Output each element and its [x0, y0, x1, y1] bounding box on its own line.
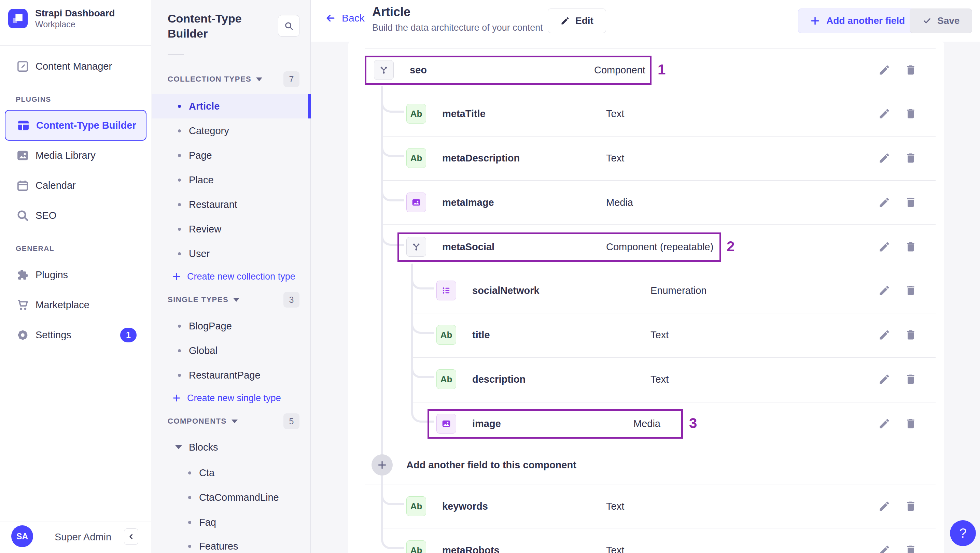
single-types-header[interactable]: SINGLE TYPES — [168, 292, 239, 307]
edit-field-button[interactable] — [876, 498, 893, 515]
sidebar-item-plugins[interactable]: Plugins — [0, 260, 151, 290]
sidebar-item-label: Settings — [35, 329, 72, 341]
fields-list-card: seo Component Ab metaTitle Text Ab metaD… — [348, 41, 944, 553]
trash-icon — [905, 500, 917, 512]
help-button[interactable]: ? — [950, 520, 976, 546]
nav-item-review[interactable]: Review — [152, 217, 311, 242]
sidebar-item-content-type-builder[interactable]: Content-Type Builder — [5, 110, 146, 141]
divider — [365, 48, 935, 49]
general-section-label: GENERAL — [16, 245, 54, 253]
sidebar-item-content-manager[interactable]: Content Manager — [0, 51, 151, 81]
search-button[interactable] — [278, 15, 299, 37]
nav-item-place[interactable]: Place — [152, 168, 311, 192]
add-component-field-label[interactable]: Add another field to this component — [406, 451, 576, 479]
nav-item-category[interactable]: Category — [152, 118, 311, 143]
delete-field-button[interactable] — [902, 282, 919, 299]
delete-field-button[interactable] — [902, 149, 919, 167]
edit-field-button[interactable] — [876, 194, 893, 211]
save-button[interactable]: Save — [910, 8, 972, 33]
page-title: Article — [372, 5, 410, 19]
add-component-field-button[interactable] — [372, 454, 393, 475]
workspace-switcher[interactable]: Strapi Dashboard Workplace — [8, 8, 145, 29]
edit-field-button[interactable] — [876, 371, 893, 388]
divider — [411, 402, 935, 402]
collection-types-header[interactable]: COLLECTION TYPES — [168, 72, 262, 87]
text-field-icon: Ab — [406, 148, 426, 168]
create-single-type-link[interactable]: Create new single type — [172, 388, 281, 408]
sidebar-item-label: Marketplace — [35, 299, 89, 311]
edit-button[interactable]: Edit — [548, 8, 606, 33]
plus-icon — [172, 272, 181, 281]
edit-field-button[interactable] — [876, 326, 893, 343]
media-field-icon — [436, 414, 456, 434]
delete-field-button[interactable] — [902, 326, 919, 343]
nav-item-page[interactable]: Page — [152, 143, 311, 168]
nav-item-global[interactable]: Global — [152, 338, 311, 363]
builder-nav: Content-Type Builder COLLECTION TYPES 7 … — [152, 0, 311, 553]
section-label: COLLECTION TYPES — [168, 75, 251, 84]
edit-field-button[interactable] — [876, 415, 893, 432]
nav-item-article[interactable]: Article — [152, 94, 311, 118]
nav-item-faq[interactable]: Faq — [152, 510, 311, 535]
edit-field-button[interactable] — [876, 238, 893, 255]
sidebar-item-label: Content Manager — [35, 61, 112, 72]
field-name: description — [472, 365, 525, 394]
delete-field-button[interactable] — [902, 238, 919, 255]
component-group-blocks[interactable]: Blocks — [175, 437, 218, 458]
section-label: COMPONENTS — [168, 417, 227, 426]
create-collection-type-link[interactable]: Create new collection type — [172, 266, 295, 287]
nav-item-blogpage[interactable]: BlogPage — [152, 314, 311, 338]
bullet-icon — [178, 203, 181, 206]
delete-field-button[interactable] — [902, 105, 919, 122]
edit-field-button[interactable] — [876, 149, 893, 167]
nav-item-features[interactable]: Features — [152, 534, 311, 553]
edit-field-button[interactable] — [876, 542, 893, 553]
pencil-icon — [560, 16, 570, 25]
sidebar-item-seo[interactable]: SEO — [0, 200, 151, 230]
nav-item-user[interactable]: User — [152, 242, 311, 266]
sidebar-item-label: Content-Type Builder — [36, 120, 136, 131]
delete-field-button[interactable] — [902, 371, 919, 388]
nav-item-cta[interactable]: Cta — [152, 461, 311, 485]
content-type-builder-icon — [16, 118, 30, 132]
page-subtitle: Build the data architecture of your cont… — [372, 22, 543, 33]
delete-field-button[interactable] — [902, 62, 919, 78]
avatar[interactable]: SA — [11, 525, 33, 547]
add-another-field-button[interactable]: Add another field — [798, 8, 917, 33]
field-row-socialnetwork: socialNetwork Enumeration — [348, 276, 944, 305]
pencil-icon — [878, 241, 891, 253]
text-field-icon: Ab — [406, 540, 426, 553]
sidebar-item-media-library[interactable]: Media Library — [0, 140, 151, 170]
media-field-icon — [406, 192, 426, 212]
chevron-left-icon — [127, 532, 135, 541]
divider — [381, 528, 935, 528]
app-title: Strapi Dashboard — [35, 8, 115, 19]
back-button[interactable]: Back — [325, 12, 365, 24]
sidebar-item-marketplace[interactable]: Marketplace — [0, 290, 151, 320]
delete-field-button[interactable] — [902, 415, 919, 432]
nav-item-label: CtaCommandLine — [199, 492, 279, 503]
arrow-left-icon — [325, 12, 336, 24]
edit-field-button[interactable] — [876, 282, 893, 299]
delete-field-button[interactable] — [902, 542, 919, 553]
plugins-section-label: PLUGINS — [16, 95, 51, 103]
edit-field-button[interactable] — [876, 62, 893, 78]
create-link-label: Create new single type — [187, 393, 281, 404]
nav-item-restaurantpage[interactable]: RestaurantPage — [152, 363, 311, 388]
field-name: socialNetwork — [472, 276, 539, 305]
sidebar-item-label: Plugins — [35, 269, 68, 281]
delete-field-button[interactable] — [902, 498, 919, 515]
field-row-image: image Media — [348, 409, 944, 438]
delete-field-button[interactable] — [902, 194, 919, 211]
field-name: metaRobots — [442, 536, 500, 553]
plus-icon — [810, 16, 820, 26]
nav-item-ctacommandline[interactable]: CtaCommandLine — [152, 485, 311, 510]
sidebar-item-calendar[interactable]: Calendar — [0, 170, 151, 200]
edit-field-button[interactable] — [876, 105, 893, 122]
strapi-logo-icon — [8, 9, 28, 28]
edit-label: Edit — [575, 15, 593, 26]
collapse-sidebar-button[interactable] — [124, 528, 138, 545]
nav-item-restaurant[interactable]: Restaurant — [152, 192, 311, 217]
pencil-icon — [878, 108, 891, 120]
components-header[interactable]: COMPONENTS — [168, 414, 238, 429]
